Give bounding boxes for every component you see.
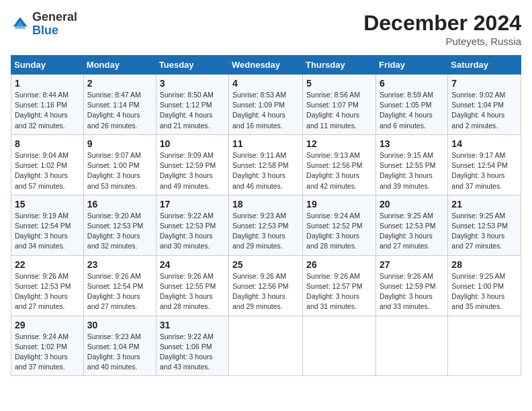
- calendar-cell: 6Sunrise: 8:59 AMSunset: 1:05 PMDaylight…: [375, 75, 447, 135]
- day-info: Sunrise: 9:25 AMSunset: 1:00 PMDaylight:…: [451, 271, 517, 312]
- day-number: 27: [380, 259, 444, 270]
- calendar-cell: [448, 316, 521, 376]
- day-info: Sunrise: 9:26 AMSunset: 12:59 PMDaylight…: [380, 271, 444, 312]
- page-header: General Blue December 2024 Puteyets, Rus…: [11, 11, 521, 47]
- calendar-cell: 5Sunrise: 8:56 AMSunset: 1:07 PMDaylight…: [303, 75, 376, 135]
- day-info: Sunrise: 9:26 AMSunset: 12:57 PMDaylight…: [306, 271, 372, 312]
- day-number: 26: [306, 259, 372, 270]
- day-number: 23: [87, 259, 152, 270]
- calendar-cell: 11Sunrise: 9:11 AMSunset: 12:58 PMDaylig…: [229, 134, 303, 195]
- day-number: 13: [380, 138, 444, 149]
- calendar-cell: 17Sunrise: 9:22 AMSunset: 12:53 PMDaylig…: [156, 195, 228, 255]
- calendar-table: SundayMondayTuesdayWednesdayThursdayFrid…: [11, 55, 521, 376]
- day-info: Sunrise: 8:50 AMSunset: 1:12 PMDaylight:…: [160, 90, 225, 131]
- calendar-cell: 14Sunrise: 9:17 AMSunset: 12:54 PMDaylig…: [448, 134, 521, 195]
- day-info: Sunrise: 8:59 AMSunset: 1:05 PMDaylight:…: [380, 90, 444, 131]
- calendar-cell: 28Sunrise: 9:25 AMSunset: 1:00 PMDayligh…: [448, 255, 521, 316]
- weekday-header: Wednesday: [229, 56, 303, 75]
- day-number: 7: [451, 78, 517, 89]
- day-number: 10: [160, 138, 225, 149]
- calendar-cell: 26Sunrise: 9:26 AMSunset: 12:57 PMDaylig…: [303, 255, 376, 316]
- day-number: 3: [160, 78, 225, 89]
- day-number: 4: [232, 78, 299, 89]
- day-info: Sunrise: 9:19 AMSunset: 12:54 PMDaylight…: [15, 211, 80, 252]
- day-info: Sunrise: 9:13 AMSunset: 12:56 PMDaylight…: [306, 150, 372, 191]
- title-block: December 2024 Puteyets, Russia: [363, 11, 521, 47]
- day-number: 20: [380, 199, 444, 210]
- day-number: 14: [451, 138, 517, 149]
- day-info: Sunrise: 9:04 AMSunset: 1:02 PMDaylight:…: [15, 150, 80, 191]
- day-number: 6: [380, 78, 444, 89]
- weekday-header: Sunday: [11, 56, 84, 75]
- calendar-title: December 2024: [363, 11, 521, 36]
- day-info: Sunrise: 9:20 AMSunset: 12:53 PMDaylight…: [87, 211, 152, 252]
- day-info: Sunrise: 9:24 AMSunset: 1:02 PMDaylight:…: [15, 332, 80, 373]
- calendar-cell: 25Sunrise: 9:26 AMSunset: 12:56 PMDaylig…: [229, 255, 303, 316]
- day-number: 24: [160, 259, 225, 270]
- day-number: 8: [15, 138, 80, 149]
- calendar-cell: 31Sunrise: 9:22 AMSunset: 1:06 PMDayligh…: [156, 316, 228, 376]
- day-number: 17: [160, 199, 225, 210]
- day-number: 22: [15, 259, 80, 270]
- day-info: Sunrise: 9:11 AMSunset: 12:58 PMDaylight…: [232, 150, 299, 191]
- day-info: Sunrise: 9:02 AMSunset: 1:04 PMDaylight:…: [451, 90, 517, 131]
- day-info: Sunrise: 9:09 AMSunset: 12:59 PMDaylight…: [160, 150, 225, 191]
- weekday-header: Thursday: [303, 56, 376, 75]
- day-number: 19: [306, 199, 372, 210]
- calendar-cell: 10Sunrise: 9:09 AMSunset: 12:59 PMDaylig…: [156, 134, 228, 195]
- calendar-week-row: 1Sunrise: 8:44 AMSunset: 1:16 PMDaylight…: [11, 75, 521, 135]
- calendar-cell: 15Sunrise: 9:19 AMSunset: 12:54 PMDaylig…: [11, 195, 84, 255]
- day-number: 15: [15, 199, 80, 210]
- day-number: 11: [232, 138, 299, 149]
- day-number: 1: [15, 78, 80, 89]
- calendar-cell: 29Sunrise: 9:24 AMSunset: 1:02 PMDayligh…: [11, 316, 84, 376]
- day-info: Sunrise: 9:07 AMSunset: 1:00 PMDaylight:…: [87, 150, 152, 191]
- day-number: 16: [87, 199, 152, 210]
- calendar-cell: 30Sunrise: 9:23 AMSunset: 1:04 PMDayligh…: [83, 316, 156, 376]
- weekday-header: Tuesday: [156, 56, 228, 75]
- day-number: 21: [451, 199, 517, 210]
- calendar-cell: 18Sunrise: 9:23 AMSunset: 12:53 PMDaylig…: [229, 195, 303, 255]
- day-info: Sunrise: 8:44 AMSunset: 1:16 PMDaylight:…: [15, 90, 80, 131]
- calendar-week-row: 22Sunrise: 9:26 AMSunset: 12:53 PMDaylig…: [11, 255, 521, 316]
- calendar-cell: 7Sunrise: 9:02 AMSunset: 1:04 PMDaylight…: [448, 75, 521, 135]
- calendar-cell: 16Sunrise: 9:20 AMSunset: 12:53 PMDaylig…: [83, 195, 156, 255]
- calendar-cell: 3Sunrise: 8:50 AMSunset: 1:12 PMDaylight…: [156, 75, 228, 135]
- day-info: Sunrise: 9:26 AMSunset: 12:54 PMDaylight…: [87, 271, 152, 312]
- calendar-cell: 23Sunrise: 9:26 AMSunset: 12:54 PMDaylig…: [83, 255, 156, 316]
- calendar-cell: 19Sunrise: 9:24 AMSunset: 12:52 PMDaylig…: [303, 195, 376, 255]
- day-number: 25: [232, 259, 299, 270]
- day-info: Sunrise: 9:23 AMSunset: 1:04 PMDaylight:…: [87, 332, 152, 373]
- weekday-header: Friday: [375, 56, 447, 75]
- day-number: 28: [451, 259, 517, 270]
- day-info: Sunrise: 9:22 AMSunset: 1:06 PMDaylight:…: [160, 332, 225, 373]
- day-number: 12: [306, 138, 372, 149]
- day-number: 29: [15, 320, 80, 330]
- calendar-cell: 13Sunrise: 9:15 AMSunset: 12:55 PMDaylig…: [375, 134, 447, 195]
- calendar-cell: 4Sunrise: 8:53 AMSunset: 1:09 PMDaylight…: [229, 75, 303, 135]
- calendar-location: Puteyets, Russia: [363, 36, 521, 47]
- calendar-cell: [303, 316, 376, 376]
- day-info: Sunrise: 9:25 AMSunset: 12:53 PMDaylight…: [451, 211, 517, 252]
- calendar-cell: 2Sunrise: 8:47 AMSunset: 1:14 PMDaylight…: [83, 75, 156, 135]
- day-number: 18: [232, 199, 299, 210]
- day-info: Sunrise: 9:26 AMSunset: 12:55 PMDaylight…: [160, 271, 225, 312]
- calendar-cell: [375, 316, 447, 376]
- day-number: 5: [306, 78, 372, 89]
- day-info: Sunrise: 8:53 AMSunset: 1:09 PMDaylight:…: [232, 90, 299, 131]
- day-info: Sunrise: 8:47 AMSunset: 1:14 PMDaylight:…: [87, 90, 152, 131]
- calendar-cell: 1Sunrise: 8:44 AMSunset: 1:16 PMDaylight…: [11, 75, 84, 135]
- day-number: 2: [87, 78, 152, 89]
- calendar-cell: 8Sunrise: 9:04 AMSunset: 1:02 PMDaylight…: [11, 134, 84, 195]
- day-number: 31: [160, 320, 225, 330]
- weekday-header: Saturday: [448, 56, 521, 75]
- calendar-cell: [229, 316, 303, 376]
- day-info: Sunrise: 9:26 AMSunset: 12:56 PMDaylight…: [232, 271, 299, 312]
- logo-general-text: General: [32, 10, 77, 24]
- day-info: Sunrise: 9:17 AMSunset: 12:54 PMDaylight…: [451, 150, 517, 191]
- calendar-week-row: 8Sunrise: 9:04 AMSunset: 1:02 PMDaylight…: [11, 134, 521, 195]
- day-info: Sunrise: 9:15 AMSunset: 12:55 PMDaylight…: [380, 150, 444, 191]
- day-info: Sunrise: 9:26 AMSunset: 12:53 PMDaylight…: [15, 271, 80, 312]
- day-info: Sunrise: 9:22 AMSunset: 12:53 PMDaylight…: [160, 211, 225, 252]
- calendar-cell: 21Sunrise: 9:25 AMSunset: 12:53 PMDaylig…: [448, 195, 521, 255]
